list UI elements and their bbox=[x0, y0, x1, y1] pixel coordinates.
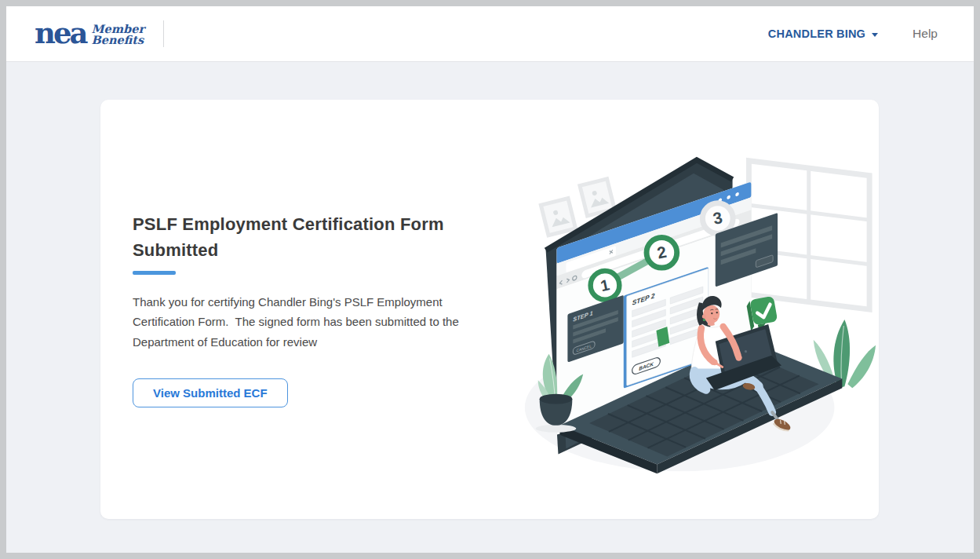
logo-tagline-line2: Benefits bbox=[91, 33, 144, 46]
nea-logo-mark: nea bbox=[35, 22, 86, 46]
main-area: PSLF Employment Certification Form Submi… bbox=[6, 61, 974, 553]
chevron-down-icon bbox=[872, 33, 878, 37]
nea-member-benefits-logo[interactable]: nea Member Benefits bbox=[35, 22, 144, 46]
title-accent-bar bbox=[133, 271, 176, 275]
header-divider bbox=[163, 20, 164, 47]
logo-tagline: Member Benefits bbox=[91, 24, 144, 46]
help-link[interactable]: Help bbox=[913, 27, 938, 41]
top-header: nea Member Benefits CHANDLER BING Help bbox=[6, 6, 974, 61]
user-menu-dropdown[interactable]: CHANDLER BING bbox=[768, 27, 878, 40]
step-circle-3: 3 bbox=[702, 203, 733, 234]
app-window: nea Member Benefits CHANDLER BING Help P… bbox=[6, 6, 974, 553]
illustration: 1 2 3 bbox=[512, 145, 877, 499]
confirmation-card: PSLF Employment Certification Form Submi… bbox=[100, 100, 879, 519]
step-circle-2: 2 bbox=[647, 237, 677, 268]
page-title: PSLF Employment Certification Form Submi… bbox=[133, 211, 470, 263]
step-circle-1: 1 bbox=[591, 271, 620, 300]
confirmation-message: Thank you for certifying Chandler Bing's… bbox=[133, 292, 483, 353]
view-submitted-ecf-button[interactable]: View Submitted ECF bbox=[133, 378, 288, 407]
header-right-group: CHANDLER BING Help bbox=[768, 27, 938, 41]
user-menu-label: CHANDLER BING bbox=[768, 27, 865, 40]
picture-frame-icon bbox=[541, 199, 575, 236]
confirmation-text-block: PSLF Employment Certification Form Submi… bbox=[133, 100, 501, 519]
form-submitted-illustration: 1 2 3 bbox=[512, 145, 877, 499]
